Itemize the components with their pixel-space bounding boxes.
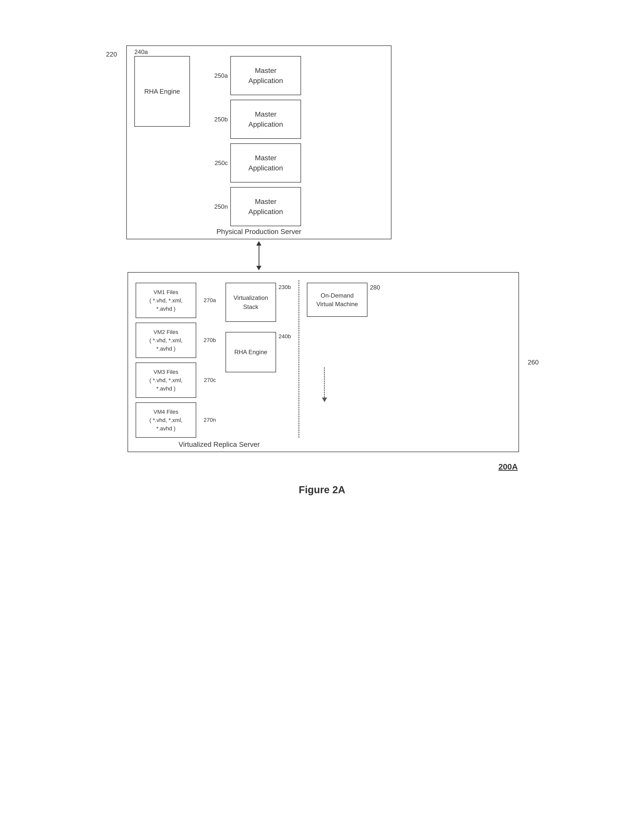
dashed-divider <box>298 280 299 438</box>
rha-engine-replica-box: RHA Engine <box>225 332 276 372</box>
vm-file-box-2: VM3 Files( *.vhd, *.xml,*.avhd ) <box>135 362 196 398</box>
master-app-ref-2: 250c <box>208 159 228 167</box>
physical-server-label: Physical Production Server <box>216 228 301 236</box>
on-demand-top-row: On-DemandVirtual Machine 280 <box>307 283 380 317</box>
label-240a: 240a <box>134 48 148 56</box>
rha-engine-physical-label: RHA Engine <box>144 88 180 95</box>
vm-ref-1: 270b <box>198 337 216 344</box>
vm-files-column: VM1 Files( *.vhd, *.xml,*.avhd ) 270a VM… <box>135 280 218 438</box>
master-app-row-1: 250b MasterApplication <box>208 100 383 139</box>
dashed-arrow-down <box>322 367 327 402</box>
virt-stack-ref: 230b <box>279 284 291 291</box>
master-app-box-0: MasterApplication <box>230 56 301 95</box>
rha-engine-replica-label: RHA Engine <box>234 347 267 357</box>
master-app-ref-0: 250a <box>208 72 228 79</box>
vm-file-row-0: VM1 Files( *.vhd, *.xml,*.avhd ) 270a <box>135 283 218 318</box>
master-app-box-3: MasterApplication <box>230 187 301 226</box>
master-app-text-2: MasterApplication <box>248 153 283 173</box>
bidirectional-arrow <box>256 241 261 270</box>
virt-stack-label: VirtualizationStack <box>233 293 268 312</box>
master-app-box-1: MasterApplication <box>230 100 301 139</box>
master-app-row-3: 250n MasterApplication <box>208 187 383 226</box>
master-app-box-2: MasterApplication <box>230 143 301 182</box>
vm-file-text-1: VM2 Files( *.vhd, *.xml,*.avhd ) <box>150 328 183 353</box>
label-200a: 200A <box>126 462 568 471</box>
inter-server-arrow <box>126 239 391 272</box>
vm-file-box-3: VM4 Files( *.vhd, *.xml,*.avhd ) <box>135 402 196 438</box>
vm-ref-2: 270c <box>198 377 216 383</box>
vm-file-text-2: VM3 Files( *.vhd, *.xml,*.avhd ) <box>150 368 183 393</box>
middle-column: VirtualizationStack 230b RHA Engine 240b <box>225 280 291 438</box>
vm-file-text-0: VM1 Files( *.vhd, *.xml,*.avhd ) <box>150 288 183 313</box>
master-app-text-0: MasterApplication <box>248 66 283 85</box>
vm-ref-0: 270a <box>198 297 216 304</box>
vm-ref-3: 270n <box>198 417 216 423</box>
replica-ref-260: 260 <box>528 358 539 366</box>
label-220: 220 <box>106 50 117 58</box>
vm-file-row-2: VM3 Files( *.vhd, *.xml,*.avhd ) 270c <box>135 362 218 398</box>
vm-file-text-3: VM4 Files( *.vhd, *.xml,*.avhd ) <box>150 408 183 433</box>
on-demand-vm-label: On-DemandVirtual Machine <box>316 291 358 308</box>
arrow-line <box>259 246 259 266</box>
dashed-arrow-head <box>322 397 327 402</box>
master-app-ref-1: 250b <box>208 116 228 123</box>
rha-240b-ref: 240b <box>279 333 291 340</box>
arrow-head-down <box>256 266 261 270</box>
rha-engine-row: RHA Engine 240b <box>225 332 291 372</box>
vm-file-row-1: VM2 Files( *.vhd, *.xml,*.avhd ) 270b <box>135 323 218 358</box>
master-app-row-2: 250c MasterApplication <box>208 143 383 182</box>
on-demand-ref: 280 <box>370 284 380 291</box>
arrow-head-up <box>256 241 261 246</box>
master-app-text-1: MasterApplication <box>248 109 283 129</box>
rha-engine-physical: RHA Engine <box>134 56 190 127</box>
virtualized-replica-server: VM1 Files( *.vhd, *.xml,*.avhd ) 270a VM… <box>127 272 519 452</box>
on-demand-vm-box: On-DemandVirtual Machine <box>307 283 367 317</box>
master-apps-column: 250a MasterApplication 250b MasterApplic… <box>208 53 383 226</box>
dashed-line <box>324 367 325 397</box>
diagram-container: 220 240a RHA Engine 250a MasterApplicati… <box>76 45 568 495</box>
figure-2a-label: Figure 2A <box>76 484 568 495</box>
virt-stack-row: VirtualizationStack 230b <box>225 283 291 322</box>
vm-file-row-3: VM4 Files( *.vhd, *.xml,*.avhd ) 270n <box>135 402 218 438</box>
on-demand-column: On-DemandVirtual Machine 280 <box>307 280 380 438</box>
replica-server-label: Virtualized Replica Server <box>179 441 260 449</box>
virt-stack-box: VirtualizationStack <box>225 283 276 322</box>
master-app-ref-3: 250n <box>208 203 228 210</box>
vm-file-box-0: VM1 Files( *.vhd, *.xml,*.avhd ) <box>135 283 196 318</box>
physical-production-server: 240a RHA Engine 250a MasterApplication 2… <box>126 45 391 239</box>
master-app-text-3: MasterApplication <box>248 197 283 216</box>
vm-file-box-1: VM2 Files( *.vhd, *.xml,*.avhd ) <box>135 323 196 358</box>
master-app-row-0: 250a MasterApplication <box>208 56 383 95</box>
